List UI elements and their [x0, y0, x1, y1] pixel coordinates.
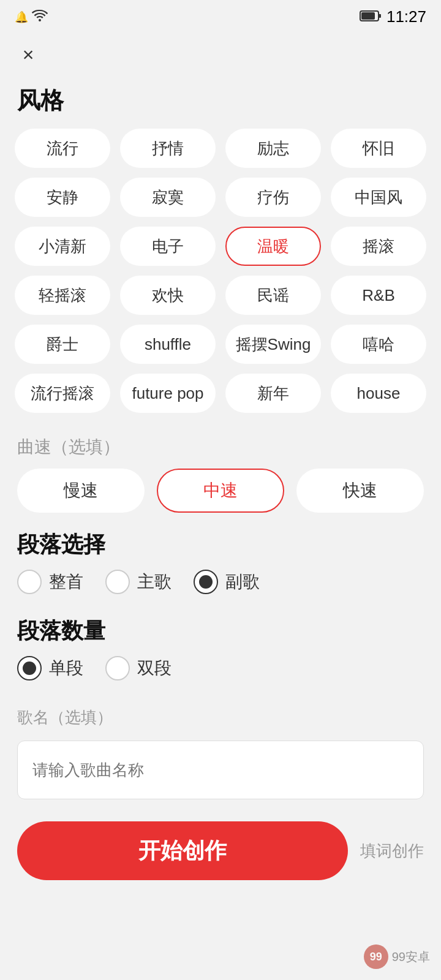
para-radio-label-0: 整首 [49, 570, 83, 594]
para-radio-circle-0 [17, 570, 42, 594]
count-radio-circle-1 [105, 656, 130, 680]
status-bar: 🔔 11:27 [0, 0, 441, 31]
tempo-btn-2[interactable]: 快速 [296, 469, 424, 513]
para-radio-circle-2 [194, 570, 218, 594]
close-button[interactable]: × [10, 36, 47, 73]
count-radio-item-0[interactable]: 单段 [17, 656, 83, 680]
genre-tag-5[interactable]: 寂寞 [120, 178, 216, 217]
tempo-section: 曲速（选填） 慢速中速快速 [0, 423, 441, 518]
genre-tag-14[interactable]: 民谣 [225, 276, 321, 315]
count-title: 段落数量 [17, 616, 424, 646]
genre-tag-19[interactable]: 嘻哈 [331, 325, 426, 364]
genre-tag-23[interactable]: house [331, 374, 426, 413]
para-radio-item-2[interactable]: 副歌 [194, 570, 260, 594]
genre-tag-2[interactable]: 励志 [225, 129, 321, 168]
status-right: 11:27 [360, 7, 426, 26]
genre-tag-17[interactable]: shuffle [120, 325, 216, 364]
paragraph-radio-group: 整首主歌副歌 [17, 570, 424, 594]
genre-tag-10[interactable]: 温暖 [225, 227, 321, 266]
para-radio-item-1[interactable]: 主歌 [105, 570, 172, 594]
genre-tag-3[interactable]: 怀旧 [331, 129, 426, 168]
para-radio-label-1: 主歌 [137, 570, 172, 594]
tempo-btn-1[interactable]: 中速 [157, 469, 284, 513]
genre-tag-13[interactable]: 欢快 [120, 276, 216, 315]
count-radio-group: 单段双段 [17, 656, 424, 680]
genre-tag-6[interactable]: 疗伤 [225, 178, 321, 217]
genre-tag-1[interactable]: 抒情 [120, 129, 216, 168]
genre-tag-4[interactable]: 安静 [15, 178, 110, 217]
genre-tag-20[interactable]: 流行摇滚 [15, 374, 110, 413]
close-icon: × [23, 43, 34, 66]
wifi-icon [32, 9, 48, 24]
genre-tag-0[interactable]: 流行 [15, 129, 110, 168]
tempo-btn-0[interactable]: 慢速 [17, 469, 145, 513]
watermark: 99 99安卓 [364, 944, 430, 969]
watermark-logo: 99 [364, 944, 388, 969]
genre-tag-22[interactable]: 新年 [225, 374, 321, 413]
genre-tag-18[interactable]: 摇摆Swing [225, 325, 321, 364]
paragraph-section: 段落选择 整首主歌副歌 [0, 518, 441, 604]
para-radio-item-0[interactable]: 整首 [17, 570, 83, 594]
genre-tag-7[interactable]: 中国风 [331, 178, 426, 217]
svg-rect-2 [361, 12, 375, 20]
genre-tag-9[interactable]: 电子 [120, 227, 216, 266]
watermark-text: 99安卓 [392, 949, 430, 965]
tempo-title: 曲速（选填） [17, 432, 424, 459]
songname-section: 歌名（选填） [0, 690, 441, 807]
svg-rect-1 [379, 14, 381, 18]
song-name-input[interactable] [17, 741, 424, 799]
status-left: 🔔 [15, 9, 48, 24]
start-create-button[interactable]: 开始创作 [17, 821, 348, 880]
genre-tag-11[interactable]: 摇滚 [331, 227, 426, 266]
count-radio-item-1[interactable]: 双段 [105, 656, 172, 680]
count-radio-label-0: 单段 [49, 657, 83, 680]
genre-grid: 流行抒情励志怀旧安静寂寞疗伤中国风小清新电子温暖摇滚轻摇滚欢快民谣R&B爵士sh… [0, 124, 441, 423]
sim-icon: 🔔 [15, 10, 28, 24]
genre-tag-16[interactable]: 爵士 [15, 325, 110, 364]
songname-title: 歌名（选填） [17, 703, 424, 728]
genre-tag-21[interactable]: future pop [120, 374, 216, 413]
para-radio-circle-1 [105, 570, 130, 594]
tempo-options: 慢速中速快速 [17, 469, 424, 513]
time-display: 11:27 [386, 7, 426, 26]
style-title: 风格 [0, 75, 441, 124]
bottom-area: 开始创作 填词创作 [0, 807, 441, 892]
paragraph-title: 段落选择 [17, 530, 424, 560]
count-section: 段落数量 单段双段 [0, 604, 441, 690]
count-radio-circle-0 [17, 656, 42, 680]
genre-tag-15[interactable]: R&B [331, 276, 426, 315]
genre-tag-8[interactable]: 小清新 [15, 227, 110, 266]
battery-icon [360, 7, 382, 26]
genre-tag-12[interactable]: 轻摇滚 [15, 276, 110, 315]
style-section: 风格 流行抒情励志怀旧安静寂寞疗伤中国风小清新电子温暖摇滚轻摇滚欢快民谣R&B爵… [0, 75, 441, 423]
para-radio-label-2: 副歌 [225, 570, 260, 594]
fill-lyrics-button[interactable]: 填词创作 [360, 840, 424, 862]
count-radio-label-1: 双段 [137, 657, 172, 680]
